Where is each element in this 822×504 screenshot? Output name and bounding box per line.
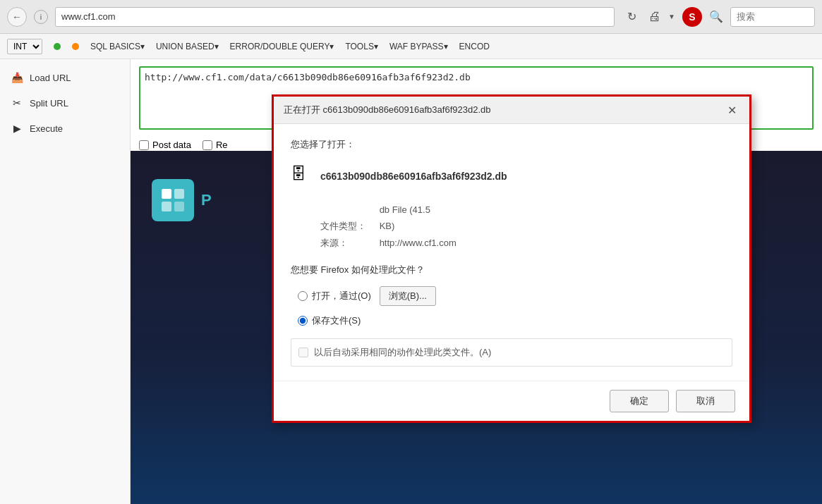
main-area: 📥 Load URL ✂ Split URL ▶ Execute http://…	[0, 59, 822, 504]
cancel-button[interactable]: 取消	[676, 390, 735, 412]
printer-icon[interactable]: 🖨	[648, 9, 661, 24]
auto-check-row: 以后自动采用相同的动作处理此类文件。(A)	[291, 338, 732, 367]
save-radio[interactable]	[298, 316, 308, 326]
dropdown-arrow-icon[interactable]: ▼	[668, 13, 675, 20]
content-area: http://www.cf1.com/data/c6613b090db86e60…	[131, 59, 822, 504]
load-url-label: Load URL	[30, 73, 71, 83]
file-type-value: db File (41.5 KB)	[380, 202, 436, 235]
int-select[interactable]: INT	[7, 39, 42, 54]
polaris-icon	[152, 179, 194, 221]
tools-menu[interactable]: TOOLS▾	[345, 42, 377, 51]
back-button[interactable]: ←	[7, 7, 27, 27]
info-button[interactable]: i	[34, 10, 48, 24]
int-dropdown[interactable]: INT	[7, 39, 42, 54]
polaris-text: P	[201, 191, 212, 209]
re-label: Re	[216, 140, 228, 150]
green-dot-icon	[54, 43, 61, 50]
encode-menu[interactable]: ENCOD	[459, 42, 490, 51]
left-panel: 📥 Load URL ✂ Split URL ▶ Execute	[0, 59, 131, 504]
svg-rect-3	[174, 202, 184, 211]
modal-footer: 确定 取消	[274, 381, 749, 421]
file-info-row: 🗄 c6613b090db86e60916afb3af6f923d2.db	[291, 162, 732, 190]
file-meta: 文件类型： db File (41.5 KB) 来源： http://www.c…	[320, 202, 732, 251]
search-input[interactable]	[730, 7, 815, 27]
modal-subtitle: 您选择了打开：	[291, 138, 732, 151]
auto-check-checkbox[interactable]	[298, 348, 308, 357]
modal-title: 正在打开 c6613b090db86e60916afb3af6f923d2.db	[284, 104, 490, 116]
waf-bypass-menu[interactable]: WAF BYPASS▾	[389, 42, 448, 51]
save-radio-label[interactable]: 保存文件(S)	[298, 314, 361, 327]
question-text: 您想要 Firefox 如何处理此文件？	[291, 264, 732, 276]
address-bar[interactable]	[55, 7, 615, 27]
file-icon: 🗄	[291, 165, 313, 188]
svg-rect-0	[162, 189, 171, 199]
search-magnifier-icon: 🔍	[709, 10, 723, 23]
split-url-icon: ✂	[10, 96, 24, 110]
execute-icon: ▶	[10, 121, 24, 135]
noscript-icon[interactable]: S	[682, 7, 702, 27]
open-radio[interactable]	[298, 291, 308, 301]
modal-body: 您选择了打开： 🗄 c6613b090db86e60916afb3af6f923…	[274, 124, 749, 381]
source-label: 来源：	[320, 235, 377, 251]
file-type-row: 文件类型： db File (41.5 KB)	[320, 202, 732, 235]
execute-button[interactable]: ▶ Execute	[0, 116, 130, 141]
svg-rect-2	[162, 202, 171, 211]
save-label: 保存文件(S)	[312, 314, 361, 327]
browse-button[interactable]: 浏览(B)...	[380, 286, 436, 306]
modal-close-button[interactable]: ✕	[724, 102, 739, 118]
open-label: 打开，通过(O)	[312, 290, 371, 302]
split-url-label: Split URL	[30, 98, 68, 109]
reload-button[interactable]: ↻	[622, 7, 641, 27]
svg-rect-1	[174, 189, 184, 199]
open-option-row: 打开，通过(O) 浏览(B)...	[291, 286, 732, 306]
execute-label: Execute	[30, 123, 63, 134]
auto-check-label: 以后自动采用相同的动作处理此类文件。(A)	[314, 346, 491, 359]
sql-basics-menu[interactable]: SQL BASICS▾	[90, 42, 145, 51]
union-based-menu[interactable]: UNION BASED▾	[156, 42, 219, 51]
polaris-logo: P	[152, 172, 236, 228]
source-row: 来源： http://www.cf1.com	[320, 235, 732, 251]
save-option-row: 保存文件(S)	[291, 314, 732, 327]
browser-chrome: ← i ↻ 🖨 ▼ S 🔍	[0, 0, 822, 34]
source-value: http://www.cf1.com	[380, 235, 436, 251]
re-checkbox-label[interactable]: Re	[203, 140, 228, 150]
file-type-label: 文件类型：	[320, 218, 377, 234]
post-data-checkbox[interactable]	[139, 140, 149, 150]
load-url-button[interactable]: 📥 Load URL	[0, 65, 130, 90]
post-data-label: Post data	[152, 140, 191, 150]
error-double-query-menu[interactable]: ERROR/DOUBLE QUERY▾	[230, 42, 334, 51]
ok-button[interactable]: 确定	[610, 390, 669, 412]
toolbar: INT SQL BASICS▾ UNION BASED▾ ERROR/DOUBL…	[0, 34, 822, 59]
file-open-dialog: 正在打开 c6613b090db86e60916afb3af6f923d2.db…	[272, 94, 751, 423]
load-url-icon: 📥	[10, 70, 24, 85]
split-url-button[interactable]: ✂ Split URL	[0, 90, 130, 116]
orange-dot-icon	[72, 43, 79, 50]
modal-header: 正在打开 c6613b090db86e60916afb3af6f923d2.db…	[274, 97, 749, 124]
re-checkbox[interactable]	[203, 140, 212, 150]
file-name: c6613b090db86e60916afb3af6f923d2.db	[320, 171, 507, 182]
post-data-checkbox-label[interactable]: Post data	[139, 140, 191, 150]
open-radio-label[interactable]: 打开，通过(O)	[298, 290, 371, 302]
